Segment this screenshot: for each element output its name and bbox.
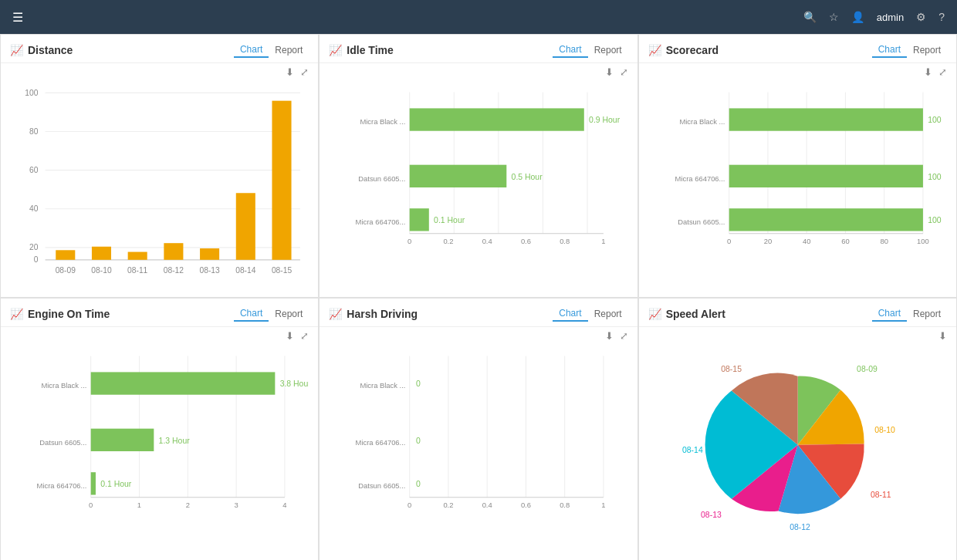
svg-text:100: 100 [928,216,942,224]
settings-icon[interactable]: ⚙ [916,11,926,23]
svg-text:Datsun 6605...: Datsun 6605... [39,438,86,447]
download-icon-4[interactable]: ⬇ [286,330,294,342]
svg-text:100: 100 [928,116,942,124]
search-icon[interactable]: 🔍 [803,11,817,23]
panel-idle-time-header: 📈 Idle Time Chart Report [320,35,637,63]
menu-icon[interactable]: ☰ [12,10,23,25]
expand-icon-4[interactable]: ⤢ [300,330,309,342]
svg-text:Micra 664706...: Micra 664706... [356,438,406,447]
tab-report-idle[interactable]: Report [588,43,628,57]
svg-text:Datsun 6605...: Datsun 6605... [678,218,725,226]
panel-speed-header: 📈 Speed Alert Chart Report [639,299,956,327]
tab-chart-idle[interactable]: Chart [553,42,587,58]
download-icon-6[interactable]: ⬇ [938,330,947,342]
svg-text:Micra 664706...: Micra 664706... [37,481,87,490]
svg-text:Datsun 6605...: Datsun 6605... [359,481,406,490]
dashboard: 📈 Distance Chart Report ⬇ ⤢ 0 [0,34,957,560]
svg-text:08-15: 08-15 [721,365,742,373]
panel-harsh-title: 📈 Harsh Driving [329,308,418,320]
chart-icon-5: 📈 [329,308,342,320]
svg-text:0: 0 [727,237,731,245]
svg-text:0.4: 0.4 [482,237,492,245]
star-icon[interactable]: ☆ [829,11,839,23]
svg-rect-24 [272,101,291,260]
expand-icon-5[interactable]: ⤢ [620,330,628,342]
tab-chart-scorecard[interactable]: Chart [872,42,907,58]
tab-report-speed[interactable]: Report [907,307,947,321]
tab-chart-speed[interactable]: Chart [872,306,907,322]
svg-text:1: 1 [602,501,606,509]
svg-text:0: 0 [407,501,411,509]
idle-svg: Micra Black ... 0.9 Hour Datsun 6605... … [329,84,627,261]
svg-text:2: 2 [186,501,190,509]
svg-rect-33 [410,108,584,130]
panel-engine-title-text: Engine On Time [28,308,110,320]
svg-text:100: 100 [25,89,38,97]
expand-icon-2[interactable]: ⤢ [620,66,628,78]
panel-scorecard-actions: ⬇ ⤢ [639,63,956,81]
panel-idle-actions: ⬇ ⤢ [320,63,637,81]
svg-text:08-09: 08-09 [857,365,878,373]
help-icon[interactable]: ? [938,11,945,23]
svg-text:08-11: 08-11 [871,491,891,499]
svg-text:Micra Black ...: Micra Black ... [41,381,86,390]
expand-icon-3[interactable]: ⤢ [938,66,947,78]
panel-speed-alert: 📈 Speed Alert Chart Report ⬇ [638,298,957,560]
tab-report-scorecard[interactable]: Report [907,43,947,57]
panel-distance-header: 📈 Distance Chart Report [1,35,318,63]
svg-text:Datsun 6605...: Datsun 6605... [359,174,406,183]
svg-rect-22 [236,193,255,260]
svg-text:40: 40 [29,204,39,213]
download-icon-3[interactable]: ⬇ [924,66,932,78]
tab-chart-harsh[interactable]: Chart [553,306,587,322]
panel-harsh-driving: 📈 Harsh Driving Chart Report ⬇ ⤢ [319,298,637,560]
panel-title-text: Distance [28,44,73,56]
svg-rect-14 [92,247,111,260]
svg-rect-18 [164,243,183,260]
svg-text:0.4: 0.4 [482,501,492,509]
svg-text:08-15: 08-15 [272,266,293,275]
person-icon: 👤 [851,11,864,23]
download-icon[interactable]: ⬇ [286,66,294,78]
engine-svg: Micra Black ... 3.8 Hour Datsun 6605... … [10,348,309,525]
tab-chart-distance[interactable]: Chart [234,42,269,58]
expand-icon[interactable]: ⤢ [300,66,309,78]
chart-icon-3: 📈 [648,44,661,56]
panel-engine-tabs: Chart Report [234,306,309,322]
svg-rect-58 [729,165,922,187]
svg-text:0: 0 [416,380,421,388]
svg-text:0.9 Hour: 0.9 Hour [589,116,621,124]
svg-text:08-12: 08-12 [790,523,810,531]
svg-text:Micra 664706...: Micra 664706... [356,218,406,226]
panel-engine-actions: ⬇ ⤢ [1,327,318,345]
tab-report-distance[interactable]: Report [269,43,309,57]
idle-chart: Micra Black ... 0.9 Hour Datsun 6605... … [320,81,637,297]
download-icon-5[interactable]: ⬇ [605,330,614,342]
svg-text:3.8 Hour: 3.8 Hour [280,380,309,388]
panel-harsh-header: 📈 Harsh Driving Chart Report [320,299,637,327]
svg-text:0: 0 [416,437,421,445]
svg-text:0.1 Hour: 0.1 Hour [100,480,132,488]
svg-rect-36 [410,165,507,187]
panel-distance-tabs: Chart Report [234,42,309,58]
download-icon-2[interactable]: ⬇ [605,66,614,78]
svg-text:0.8: 0.8 [560,501,570,509]
panel-speed-title-text: Speed Alert [666,308,725,320]
header-left: ☰ [12,10,23,25]
tab-report-harsh[interactable]: Report [588,307,628,321]
tab-report-engine[interactable]: Report [269,307,309,321]
svg-text:1: 1 [602,237,606,245]
tab-chart-engine[interactable]: Chart [234,306,269,322]
svg-text:08-13: 08-13 [701,511,722,519]
svg-text:20: 20 [29,243,39,251]
harsh-chart: Micra Black ... 0 Micra 664706... 0 Dats… [320,345,637,560]
speed-svg: 08-09 08-10 08-11 08-12 08-13 08-14 08-1… [648,348,947,541]
panel-idle-time-title-text: Idle Time [347,44,393,56]
svg-text:1.3 Hour: 1.3 Hour [159,437,191,445]
svg-text:0: 0 [34,255,39,264]
svg-text:0.5 Hour: 0.5 Hour [512,173,543,181]
svg-text:0: 0 [416,480,421,488]
panel-idle-time-title: 📈 Idle Time [329,44,393,56]
admin-label: admin [877,12,904,23]
header-right: 🔍 ☆ 👤 admin ⚙ ? [803,11,945,23]
